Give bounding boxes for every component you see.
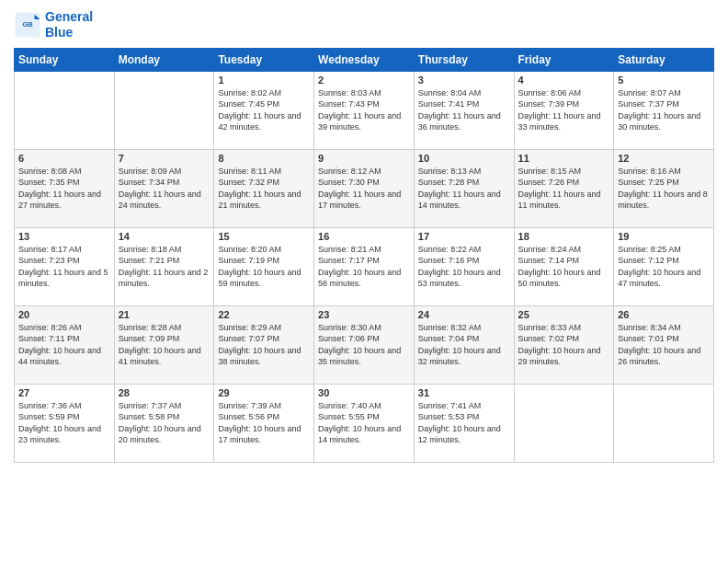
calendar-cell: 3Sunrise: 8:04 AMSunset: 7:41 PMDaylight…: [414, 71, 514, 149]
calendar-cell: 22Sunrise: 8:29 AMSunset: 7:07 PMDayligh…: [214, 305, 314, 384]
calendar-cell: [15, 71, 115, 149]
day-number: 25: [518, 309, 610, 320]
day-header-sunday: Sunday: [15, 48, 115, 71]
day-number: 27: [18, 387, 110, 398]
day-number: 13: [18, 231, 110, 242]
calendar-cell: 11Sunrise: 8:15 AMSunset: 7:26 PMDayligh…: [514, 149, 614, 227]
day-header-friday: Friday: [514, 48, 614, 71]
day-info: Sunrise: 8:15 AMSunset: 7:26 PMDaylight:…: [518, 166, 610, 212]
calendar-cell: 14Sunrise: 8:18 AMSunset: 7:21 PMDayligh…: [114, 227, 214, 305]
calendar-cell: 24Sunrise: 8:32 AMSunset: 7:04 PMDayligh…: [414, 305, 514, 384]
day-info: Sunrise: 8:26 AMSunset: 7:11 PMDaylight:…: [18, 322, 110, 368]
calendar-body: 1Sunrise: 8:02 AMSunset: 7:45 PMDaylight…: [15, 71, 714, 462]
calendar-cell: 13Sunrise: 8:17 AMSunset: 7:23 PMDayligh…: [15, 227, 115, 305]
day-number: 10: [418, 153, 510, 164]
day-number: 20: [18, 309, 110, 320]
calendar-cell: 28Sunrise: 7:37 AMSunset: 5:58 PMDayligh…: [114, 384, 214, 462]
day-number: 7: [119, 153, 210, 164]
calendar-week-row: 6Sunrise: 8:08 AMSunset: 7:35 PMDaylight…: [15, 149, 714, 227]
calendar-cell: 17Sunrise: 8:22 AMSunset: 7:16 PMDayligh…: [414, 227, 514, 305]
day-info: Sunrise: 8:09 AMSunset: 7:34 PMDaylight:…: [119, 166, 210, 212]
day-info: Sunrise: 8:29 AMSunset: 7:07 PMDaylight:…: [218, 322, 310, 368]
day-info: Sunrise: 8:22 AMSunset: 7:16 PMDaylight:…: [418, 244, 510, 290]
calendar-cell: 19Sunrise: 8:25 AMSunset: 7:12 PMDayligh…: [614, 227, 714, 305]
day-info: Sunrise: 8:33 AMSunset: 7:02 PMDaylight:…: [518, 322, 610, 368]
calendar-cell: 21Sunrise: 8:28 AMSunset: 7:09 PMDayligh…: [114, 305, 214, 384]
day-info: Sunrise: 7:41 AMSunset: 5:53 PMDaylight:…: [418, 400, 510, 446]
day-number: 28: [119, 387, 210, 398]
logo-icon: GB: [14, 11, 41, 39]
calendar-week-row: 27Sunrise: 7:36 AMSunset: 5:59 PMDayligh…: [15, 384, 714, 462]
calendar-cell: 8Sunrise: 8:11 AMSunset: 7:32 PMDaylight…: [214, 149, 314, 227]
calendar-cell: 1Sunrise: 8:02 AMSunset: 7:45 PMDaylight…: [214, 71, 314, 149]
day-info: Sunrise: 8:32 AMSunset: 7:04 PMDaylight:…: [418, 322, 510, 368]
calendar-cell: [114, 71, 214, 149]
calendar-cell: 10Sunrise: 8:13 AMSunset: 7:28 PMDayligh…: [414, 149, 514, 227]
calendar-cell: 4Sunrise: 8:06 AMSunset: 7:39 PMDaylight…: [514, 71, 614, 149]
day-info: Sunrise: 8:17 AMSunset: 7:23 PMDaylight:…: [18, 244, 110, 290]
day-number: 24: [418, 309, 510, 320]
day-info: Sunrise: 8:24 AMSunset: 7:14 PMDaylight:…: [518, 244, 610, 290]
calendar-cell: 5Sunrise: 8:07 AMSunset: 7:37 PMDaylight…: [614, 71, 714, 149]
day-number: 3: [418, 75, 510, 86]
day-number: 29: [218, 387, 310, 398]
day-header-thursday: Thursday: [414, 48, 514, 71]
day-info: Sunrise: 8:11 AMSunset: 7:32 PMDaylight:…: [218, 166, 310, 212]
calendar-cell: 7Sunrise: 8:09 AMSunset: 7:34 PMDaylight…: [114, 149, 214, 227]
day-info: Sunrise: 8:18 AMSunset: 7:21 PMDaylight:…: [119, 244, 210, 290]
day-number: 21: [119, 309, 210, 320]
calendar-cell: 30Sunrise: 7:40 AMSunset: 5:55 PMDayligh…: [314, 384, 415, 462]
day-number: 4: [518, 75, 610, 86]
day-number: 18: [518, 231, 610, 242]
logo: GB General Blue: [14, 9, 93, 40]
calendar-cell: 20Sunrise: 8:26 AMSunset: 7:11 PMDayligh…: [15, 305, 115, 384]
calendar-cell: 29Sunrise: 7:39 AMSunset: 5:56 PMDayligh…: [214, 384, 314, 462]
day-number: 31: [418, 387, 510, 398]
day-number: 19: [618, 231, 710, 242]
calendar-cell: 25Sunrise: 8:33 AMSunset: 7:02 PMDayligh…: [514, 305, 614, 384]
day-info: Sunrise: 7:39 AMSunset: 5:56 PMDaylight:…: [218, 400, 310, 446]
calendar-cell: 27Sunrise: 7:36 AMSunset: 5:59 PMDayligh…: [15, 384, 115, 462]
day-info: Sunrise: 8:03 AMSunset: 7:43 PMDaylight:…: [318, 87, 410, 133]
svg-text:GB: GB: [22, 19, 33, 28]
logo-text: General Blue: [45, 9, 93, 40]
day-number: 8: [218, 153, 310, 164]
day-info: Sunrise: 7:37 AMSunset: 5:58 PMDaylight:…: [119, 400, 210, 446]
day-info: Sunrise: 7:36 AMSunset: 5:59 PMDaylight:…: [18, 400, 110, 446]
calendar-cell: 23Sunrise: 8:30 AMSunset: 7:06 PMDayligh…: [314, 305, 415, 384]
day-info: Sunrise: 8:06 AMSunset: 7:39 PMDaylight:…: [518, 87, 610, 133]
calendar-week-row: 1Sunrise: 8:02 AMSunset: 7:45 PMDaylight…: [15, 71, 714, 149]
calendar-cell: 2Sunrise: 8:03 AMSunset: 7:43 PMDaylight…: [314, 71, 415, 149]
calendar-cell: 31Sunrise: 7:41 AMSunset: 5:53 PMDayligh…: [414, 384, 514, 462]
day-info: Sunrise: 8:25 AMSunset: 7:12 PMDaylight:…: [618, 244, 710, 290]
day-number: 6: [18, 153, 110, 164]
day-number: 12: [618, 153, 710, 164]
day-number: 16: [318, 231, 410, 242]
calendar-week-row: 20Sunrise: 8:26 AMSunset: 7:11 PMDayligh…: [15, 305, 714, 384]
day-number: 2: [318, 75, 410, 86]
calendar-cell: 16Sunrise: 8:21 AMSunset: 7:17 PMDayligh…: [314, 227, 415, 305]
day-info: Sunrise: 8:07 AMSunset: 7:37 PMDaylight:…: [618, 87, 710, 133]
day-info: Sunrise: 8:12 AMSunset: 7:30 PMDaylight:…: [318, 166, 410, 212]
calendar-week-row: 13Sunrise: 8:17 AMSunset: 7:23 PMDayligh…: [15, 227, 714, 305]
day-number: 14: [119, 231, 210, 242]
day-number: 9: [318, 153, 410, 164]
calendar-cell: 15Sunrise: 8:20 AMSunset: 7:19 PMDayligh…: [214, 227, 314, 305]
day-header-tuesday: Tuesday: [214, 48, 314, 71]
day-info: Sunrise: 8:08 AMSunset: 7:35 PMDaylight:…: [18, 166, 110, 212]
day-info: Sunrise: 7:40 AMSunset: 5:55 PMDaylight:…: [318, 400, 410, 446]
calendar-cell: 26Sunrise: 8:34 AMSunset: 7:01 PMDayligh…: [614, 305, 714, 384]
day-info: Sunrise: 8:16 AMSunset: 7:25 PMDaylight:…: [618, 166, 710, 212]
day-header-wednesday: Wednesday: [314, 48, 415, 71]
day-info: Sunrise: 8:28 AMSunset: 7:09 PMDaylight:…: [119, 322, 210, 368]
day-info: Sunrise: 8:04 AMSunset: 7:41 PMDaylight:…: [418, 87, 510, 133]
calendar-cell: [514, 384, 614, 462]
day-header-monday: Monday: [114, 48, 214, 71]
day-number: 5: [618, 75, 710, 86]
calendar-table: SundayMondayTuesdayWednesdayThursdayFrid…: [14, 48, 714, 463]
calendar-cell: 6Sunrise: 8:08 AMSunset: 7:35 PMDaylight…: [15, 149, 115, 227]
day-info: Sunrise: 8:13 AMSunset: 7:28 PMDaylight:…: [418, 166, 510, 212]
day-number: 22: [218, 309, 310, 320]
page-header: GB General Blue: [14, 9, 714, 40]
day-header-saturday: Saturday: [614, 48, 714, 71]
